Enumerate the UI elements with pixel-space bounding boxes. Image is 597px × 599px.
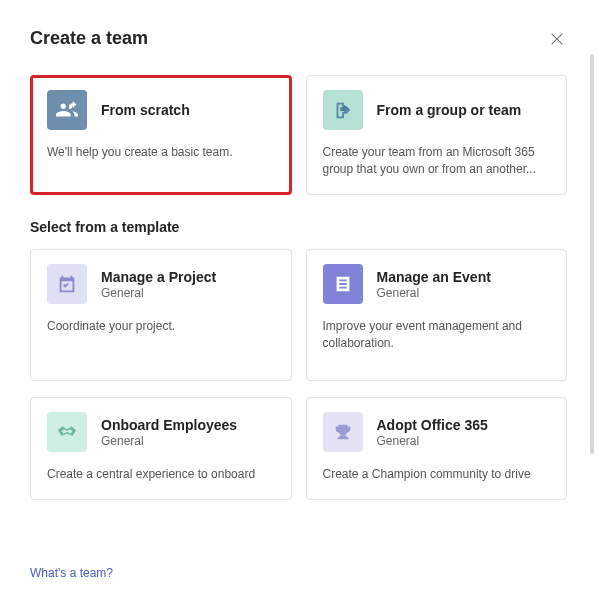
template-sub: General <box>377 434 488 448</box>
template-title: Adopt Office 365 <box>377 417 488 433</box>
team-icon <box>47 90 87 130</box>
trophy-icon <box>323 412 363 452</box>
whats-a-team-link[interactable]: What's a team? <box>30 566 113 580</box>
template-sub: General <box>101 286 216 300</box>
create-team-dialog: Create a team From scratch We'll help yo… <box>0 0 597 599</box>
calendar-check-icon <box>47 264 87 304</box>
options-scroll-area[interactable]: From scratch We'll help you create a bas… <box>30 75 567 525</box>
templates-section-title: Select from a template <box>30 219 567 235</box>
template-onboard-employees[interactable]: Onboard Employees General Create a centr… <box>30 397 292 500</box>
close-icon <box>550 32 564 46</box>
option-desc: Create your team from an Microsoft 365 g… <box>323 144 551 178</box>
checklist-icon <box>323 264 363 304</box>
primary-options-row: From scratch We'll help you create a bas… <box>30 75 567 195</box>
template-title: Onboard Employees <box>101 417 237 433</box>
option-from-group[interactable]: From a group or team Create your team fr… <box>306 75 568 195</box>
dialog-title: Create a team <box>30 28 148 49</box>
template-title: Manage an Event <box>377 269 491 285</box>
option-from-scratch[interactable]: From scratch We'll help you create a bas… <box>30 75 292 195</box>
template-adopt-office-365[interactable]: Adopt Office 365 General Create a Champi… <box>306 397 568 500</box>
template-manage-event[interactable]: Manage an Event General Improve your eve… <box>306 249 568 381</box>
template-desc: Create a central experience to onboard <box>47 466 275 483</box>
templates-row-1: Manage a Project General Coordinate your… <box>30 249 567 381</box>
dialog-footer: What's a team? <box>30 563 113 581</box>
template-desc: Coordinate your project. <box>47 318 275 335</box>
template-desc: Create a Champion community to drive <box>323 466 551 483</box>
option-title: From scratch <box>101 102 190 118</box>
option-title: From a group or team <box>377 102 522 118</box>
option-desc: We'll help you create a basic team. <box>47 144 275 161</box>
templates-row-2: Onboard Employees General Create a centr… <box>30 397 567 500</box>
dialog-header: Create a team <box>30 28 567 49</box>
share-arrow-icon <box>323 90 363 130</box>
template-sub: General <box>377 286 491 300</box>
template-manage-project[interactable]: Manage a Project General Coordinate your… <box>30 249 292 381</box>
handshake-icon <box>47 412 87 452</box>
scrollbar[interactable] <box>590 54 594 454</box>
template-sub: General <box>101 434 237 448</box>
template-title: Manage a Project <box>101 269 216 285</box>
close-button[interactable] <box>547 29 567 49</box>
template-desc: Improve your event management and collab… <box>323 318 551 352</box>
